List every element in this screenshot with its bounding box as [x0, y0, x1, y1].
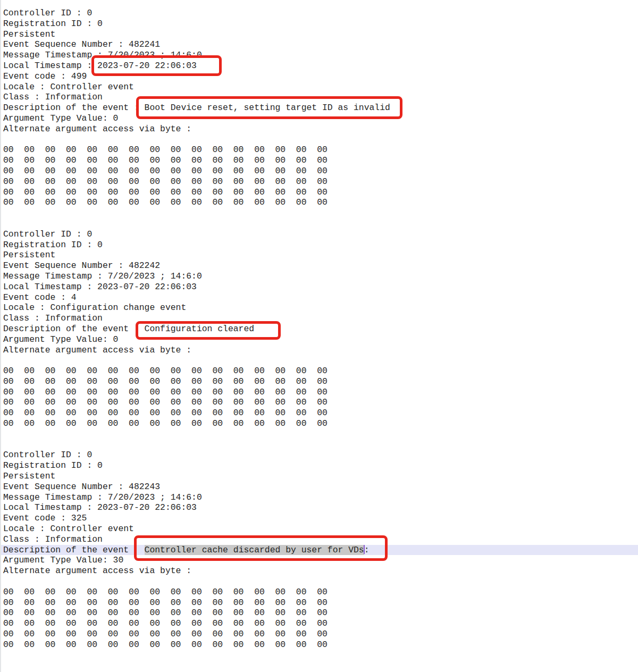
log-line: Locale : Controller event [0, 524, 638, 534]
hex-row: 00 00 00 00 00 00 00 00 00 00 00 00 00 0… [0, 397, 638, 408]
log-line: Persistent [0, 250, 638, 261]
log-line: Persistent [0, 29, 638, 40]
log-line: Controller ID : 0 [0, 8, 638, 19]
log-line: Locale : Controller event [0, 82, 638, 93]
log-line: Registration ID : 0 [0, 19, 638, 29]
log-line: Local Timestamp : 2023-07-20 22:06:03 [0, 61, 638, 71]
log-line: Class : Information [0, 92, 638, 103]
log-line: Event code : 4 [0, 292, 638, 303]
blank-line [0, 576, 638, 587]
log-line: Argument Type Value: 0 [0, 334, 638, 345]
hex-row: 00 00 00 00 00 00 00 00 00 00 00 00 00 0… [0, 187, 638, 198]
log-line: Argument Type Value: 30 [0, 555, 638, 566]
hex-row: 00 00 00 00 00 00 00 00 00 00 00 00 00 0… [0, 608, 638, 618]
hex-row: 00 00 00 00 00 00 00 00 00 00 00 00 00 0… [0, 166, 638, 177]
hex-row: 00 00 00 00 00 00 00 00 00 00 00 00 00 0… [0, 376, 638, 387]
log-line: Event code : 499 [0, 71, 638, 82]
log-line: Local Timestamp : 2023-07-20 22:06:03 [0, 502, 638, 513]
hex-row: 00 00 00 00 00 00 00 00 00 00 00 00 00 0… [0, 145, 638, 155]
log-line: Alternate argument access via byte : [0, 566, 638, 576]
log-text-segment: : [364, 545, 370, 555]
log-line: Locale : Configuration change event [0, 303, 638, 313]
blank-line [0, 135, 638, 145]
blank-line [0, 208, 638, 219]
hex-row: 00 00 00 00 00 00 00 00 00 00 00 00 00 0… [0, 640, 638, 650]
log-line: Controller ID : 0 [0, 229, 638, 240]
event-log-viewer: Controller ID : 0Registration ID : 0Pers… [0, 0, 638, 672]
log-line: Event Sequence Number : 482241 [0, 39, 638, 50]
log-line: Message Timestamp : 7/20/2023 ; 14:6:0 [0, 50, 638, 61]
log-line: Argument Type Value: 0 [0, 113, 638, 124]
hex-row: 00 00 00 00 00 00 00 00 00 00 00 00 00 0… [0, 387, 638, 398]
hex-row: 00 00 00 00 00 00 00 00 00 00 00 00 00 0… [0, 598, 638, 608]
log-line: Class : Information [0, 313, 638, 324]
log-line: Registration ID : 0 [0, 460, 638, 471]
hex-row: 00 00 00 00 00 00 00 00 00 00 00 00 00 0… [0, 629, 638, 640]
hex-row: 00 00 00 00 00 00 00 00 00 00 00 00 00 0… [0, 408, 638, 418]
blank-line [0, 355, 638, 366]
log-text-segment: Description of the event [3, 545, 145, 555]
log-line: Event Sequence Number : 482243 [0, 482, 638, 492]
log-line: Alternate argument access via byte : [0, 124, 638, 135]
log-line: Registration ID : 0 [0, 240, 638, 250]
blank-line [0, 219, 638, 229]
log-line: Message Timestamp : 7/20/2023 ; 14:6:0 [0, 271, 638, 282]
log-line: Event Sequence Number : 482242 [0, 261, 638, 271]
hex-row: 00 00 00 00 00 00 00 00 00 00 00 00 00 0… [0, 618, 638, 629]
log-line: Controller ID : 0 [0, 450, 638, 460]
log-line: Persistent [0, 471, 638, 482]
window-left-edge [0, 0, 1, 672]
log-text-area[interactable]: Controller ID : 0Registration ID : 0Pers… [0, 8, 638, 650]
hex-row: 00 00 00 00 00 00 00 00 00 00 00 00 00 0… [0, 177, 638, 187]
log-line: Description of the event : Boot Device r… [0, 103, 638, 113]
hex-row: 00 00 00 00 00 00 00 00 00 00 00 00 00 0… [0, 366, 638, 376]
hex-row: 00 00 00 00 00 00 00 00 00 00 00 00 00 0… [0, 155, 638, 166]
hex-row: 00 00 00 00 00 00 00 00 00 00 00 00 00 0… [0, 587, 638, 598]
hex-row: 00 00 00 00 00 00 00 00 00 00 00 00 00 0… [0, 418, 638, 429]
hex-row: 00 00 00 00 00 00 00 00 00 00 00 00 00 0… [0, 197, 638, 208]
log-line: Local Timestamp : 2023-07-20 22:06:03 [0, 282, 638, 292]
log-line: Event code : 325 [0, 513, 638, 524]
log-line: Description of the event Configuration c… [0, 324, 638, 334]
blank-line [0, 440, 638, 450]
blank-line [0, 429, 638, 440]
log-line: Description of the event Controller cach… [0, 545, 638, 556]
log-line: Message Timestamp : 7/20/2023 ; 14:6:0 [0, 492, 638, 503]
selected-text: Controller cache discarded by user for V… [145, 545, 364, 555]
log-line: Alternate argument access via byte : [0, 345, 638, 356]
log-line: Class : Information [0, 534, 638, 545]
